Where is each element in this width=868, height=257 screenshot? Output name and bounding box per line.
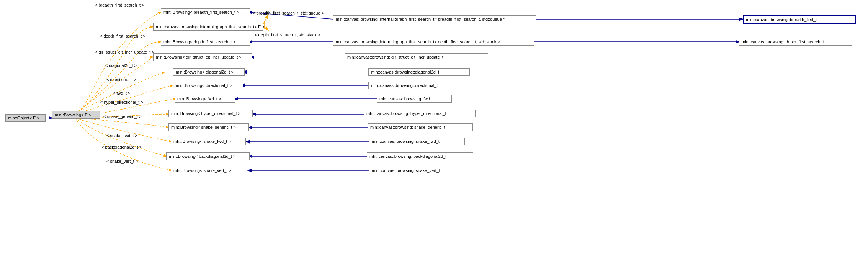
node-canvas-gfs-bfs-queue: mln::canvas::browsing::internal::graph_f… bbox=[333, 15, 536, 23]
node-gfs-e: mln::canvas::browsing::internal::graph_f… bbox=[153, 23, 263, 31]
label-backdiag: < backdiagonal2d_t > bbox=[101, 145, 142, 149]
node-canvas-dir-struct: mln::canvas::browsing::dir_struct_elt_in… bbox=[345, 53, 488, 61]
label-directional: < directional_t > bbox=[106, 77, 136, 82]
node-canvas-snake-generic: mln::canvas::browsing::snake_generic_t bbox=[368, 123, 473, 131]
node-canvas-snake-vert: mln::canvas::browsing::snake_vert_t bbox=[369, 167, 466, 174]
label-fwd: < fwd_t > bbox=[113, 91, 130, 95]
node-browsing-backdiag: mln::Browsing< backdiagonal2d_t > bbox=[166, 152, 250, 160]
node-canvas-backdiag: mln::canvas::browsing::backdiagonal2d_t bbox=[367, 152, 473, 160]
node-canvas-hyper: mln::canvas::browsing::hyper_directional… bbox=[364, 110, 476, 117]
node-browsing-dfs: mln::Browsing< depth_first_search_t > bbox=[161, 38, 250, 46]
label-diagonal2d: < diagonal2d_t > bbox=[105, 63, 137, 68]
label-bfs: < breadth_first_search_t > bbox=[95, 3, 144, 7]
node-browsing-directional: mln::Browsing< directional_t > bbox=[173, 82, 243, 89]
label-snake-vert: < snake_vert_t > bbox=[106, 159, 138, 164]
label-snake-generic: < snake_generic_t > bbox=[103, 114, 142, 119]
node-canvas-snake-fwd: mln::canvas::browsing::snake_fwd_t bbox=[369, 138, 465, 145]
label-dir-struct: < dir_struct_elt_incr_update_t > bbox=[95, 50, 154, 54]
node-canvas-directional: mln::canvas::browsing::directional_t bbox=[368, 82, 467, 89]
label-bfs-queue: < breadth_first_search_t, std::queue > bbox=[253, 11, 324, 15]
svg-line-16 bbox=[263, 15, 268, 24]
node-mln-browsing-e: mln::Browsing< E > bbox=[52, 111, 100, 119]
label-snake-fwd: < snake_fwd_t > bbox=[106, 133, 137, 138]
node-canvas-gfs-dfs-stack: mln::canvas::browsing::internal::graph_f… bbox=[333, 38, 534, 46]
label-dfs: < depth_first_search_t > bbox=[100, 34, 145, 38]
node-browsing-dir-struct: mln::Browsing< dir_struct_elt_incr_updat… bbox=[153, 53, 252, 61]
node-browsing-snake-vert: mln::Browsing< snake_vert_t > bbox=[171, 167, 247, 174]
node-browsing-snake-generic: mln::Browsing< snake_generic_t > bbox=[168, 123, 249, 131]
label-hyper: < hyper_directional_t > bbox=[100, 100, 143, 105]
node-browsing-snake-fwd: mln::Browsing< snake_fwd_t > bbox=[171, 138, 246, 145]
node-canvas-diagonal2d: mln::canvas::browsing::diagonal2d_t bbox=[368, 68, 470, 76]
node-browsing-bfs: mln::Browsing< breadth_first_search_t > bbox=[161, 8, 250, 16]
node-canvas-fwd: mln::canvas::browsing::fwd_t bbox=[377, 95, 452, 103]
node-browsing-diagonal2d: mln::Browsing< diagonal2d_t > bbox=[173, 68, 245, 76]
node-mln-object: mln::Object< E > bbox=[5, 114, 46, 122]
label-dfs-stack: < depth_first_search_t, std::stack > bbox=[255, 33, 320, 37]
node-browsing-hyper: mln::Browsing< hyper_directional_t > bbox=[168, 110, 253, 117]
diagram: mln::Object< E > mln::Browsing< E > mln:… bbox=[0, 0, 868, 257]
node-canvas-breadth-first: mln::canvas::browsing::breadth_first_t bbox=[743, 15, 856, 24]
node-browsing-fwd: mln::Browsing< fwd_t > bbox=[175, 95, 235, 103]
node-canvas-depth-first: mln::canvas::browsing::depth_first_searc… bbox=[739, 38, 852, 46]
